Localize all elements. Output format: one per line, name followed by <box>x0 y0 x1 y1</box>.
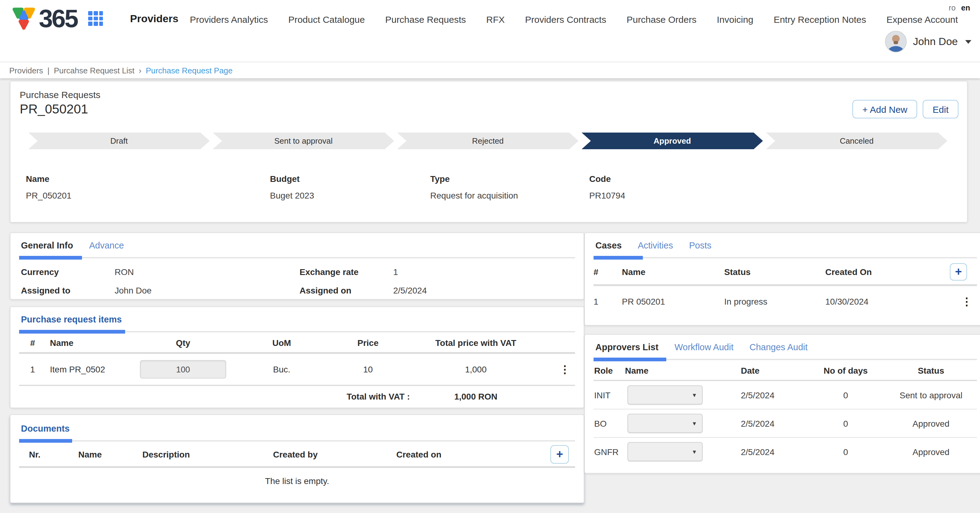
items-total-row: Total with VAT : 1,000 RON <box>19 386 575 407</box>
case-kebab-menu-icon[interactable]: ⋮ <box>961 296 977 307</box>
record-id: PR_050201 <box>20 102 88 116</box>
breadcrumb-purchase-request-list[interactable]: Purcahse Request List <box>54 66 135 75</box>
main-nav: Providers Analytics Product Catalogue Pu… <box>190 14 958 25</box>
nav-purchase-requests[interactable]: Purchase Requests <box>385 14 466 25</box>
documents-table-header: Nr. Name Description Created by Created … <box>19 443 575 466</box>
col-qty: Qty <box>127 338 239 348</box>
add-case-button[interactable]: + <box>950 263 967 280</box>
documents-empty-message: The list is empty. <box>19 476 575 486</box>
tab-workflow-audit[interactable]: Workflow Audit <box>675 342 733 352</box>
case-created-on: 10/30/2024 <box>825 296 950 306</box>
item-num: 1 <box>19 365 41 374</box>
tab-activities[interactable]: Activities <box>638 241 673 250</box>
tab-underline <box>593 256 977 260</box>
approver-name-dropdown[interactable]: ▼ <box>627 414 703 433</box>
approver-days: 0 <box>806 390 885 400</box>
tab-underline <box>593 358 977 361</box>
approver-date: 2/5/2024 <box>733 390 806 400</box>
assigned-to-label: Assigned to <box>21 281 115 300</box>
item-total: 1,000 <box>411 365 541 374</box>
field-value: Buget 2023 <box>270 191 430 201</box>
currency-label: Currency <box>21 263 115 281</box>
approver-name-dropdown[interactable]: ▼ <box>627 442 703 461</box>
purchase-request-header-card: Purchase Requests PR_050201 + Add New Ed… <box>10 81 968 223</box>
tab-documents[interactable]: Documents <box>21 424 70 433</box>
tab-changes-audit[interactable]: Changes Audit <box>749 342 808 352</box>
workflow-step-canceled: Canceled <box>766 132 947 149</box>
brand-365-text: 365 <box>39 4 77 33</box>
add-new-button[interactable]: + Add New <box>853 100 917 118</box>
tab-underline <box>19 330 575 334</box>
lang-en[interactable]: en <box>961 4 970 12</box>
col-price: Price <box>325 338 411 348</box>
workflow-status-bar: Draft Sent to approval Rejected Approved… <box>29 132 947 149</box>
approver-status: Approved <box>885 418 977 428</box>
nav-expense-account[interactable]: Expense Account <box>887 14 958 25</box>
approver-date: 2/5/2024 <box>733 418 806 428</box>
tab-purchase-request-items[interactable]: Purchase request items <box>21 314 122 324</box>
approver-name-dropdown[interactable]: ▼ <box>627 386 703 405</box>
qty-input[interactable]: 100 <box>140 360 226 379</box>
approver-role: INIT <box>594 390 625 400</box>
brand-logo[interactable]: 365 <box>10 4 103 33</box>
edit-button[interactable]: Edit <box>923 100 958 118</box>
dropdown-caret-icon: ▼ <box>692 420 697 426</box>
app-title: Providers <box>130 13 178 25</box>
tab-general-info[interactable]: General Info <box>21 241 73 250</box>
approver-status: Sent to approval <box>885 390 977 400</box>
field-label: Type <box>430 174 589 184</box>
app-viewport: 365 Providers Providers Analytics Produc… <box>0 0 980 513</box>
assigned-to-value: John Doe <box>115 281 299 300</box>
logo-triangles-icon <box>10 4 37 33</box>
dropdown-caret-icon: ▼ <box>692 449 697 455</box>
tab-approvers-list[interactable]: Approvers List <box>595 342 659 352</box>
nav-invoicing[interactable]: Invoicing <box>717 14 753 25</box>
col-created-on: Created on <box>396 449 550 459</box>
nav-providers-contracts[interactable]: Providers Contracts <box>525 14 606 25</box>
summary-fields: Name PR_050201 Budget Buget 2023 Type Re… <box>26 174 957 201</box>
apps-grid-icon[interactable] <box>88 11 103 26</box>
approvers-card: Approvers List Workflow Audit Changes Au… <box>584 334 980 473</box>
total-with-vat-value: 1,000 RON <box>411 392 541 401</box>
language-switch: roen <box>949 4 970 12</box>
approver-role: GNFR <box>594 447 625 457</box>
item-row: 1 Item PR_0502 100 Buc. 10 1,000 ⋮ <box>19 354 575 385</box>
tab-posts[interactable]: Posts <box>689 241 711 250</box>
general-info-tabs: General Info Advance <box>19 233 575 256</box>
col-status: Status <box>885 366 977 376</box>
col-status: Status <box>724 267 825 277</box>
nav-providers-analytics[interactable]: Providers Analytics <box>190 14 268 25</box>
breadcrumb-providers[interactable]: Providers <box>9 66 43 75</box>
cases-tabs: Cases Activities Posts <box>593 233 977 256</box>
exchange-rate-value: 1 <box>393 263 575 281</box>
approvers-tabs: Approvers List Workflow Audit Changes Au… <box>593 335 977 358</box>
nav-entry-reception-notes[interactable]: Entry Reception Notes <box>773 14 866 25</box>
general-info-card: General Info Advance Currency RON Exchan… <box>10 233 584 300</box>
user-avatar <box>885 31 907 53</box>
user-menu[interactable]: John Doe <box>885 31 971 53</box>
nav-rfx[interactable]: RFX <box>486 14 505 25</box>
workflow-step-sent-to-approval: Sent to approval <box>213 132 394 149</box>
page-title: Purchase Requests <box>20 89 100 100</box>
col-date: Date <box>733 366 806 376</box>
case-status: In progress <box>724 296 825 306</box>
item-name: Item PR_0502 <box>41 365 127 374</box>
lang-ro[interactable]: ro <box>949 4 956 12</box>
field-value: PR_050201 <box>26 191 270 201</box>
col-name: Name <box>41 338 127 348</box>
documents-tabs: Documents <box>19 415 575 439</box>
item-kebab-menu-icon[interactable]: ⋮ <box>560 364 575 374</box>
add-document-button[interactable]: + <box>550 445 569 464</box>
header-actions: + Add New Edit <box>853 100 958 118</box>
tab-cases[interactable]: Cases <box>595 241 622 250</box>
nav-product-catalogue[interactable]: Product Catalogue <box>288 14 365 25</box>
tab-advance[interactable]: Advance <box>89 241 124 250</box>
item-uom: Buc. <box>239 365 325 374</box>
summary-type: Type Request for acquisition <box>430 174 589 201</box>
approver-days: 0 <box>806 418 885 428</box>
user-caret-down-icon <box>965 40 971 43</box>
field-value: PR10794 <box>589 191 957 201</box>
col-description: Description <box>142 449 273 459</box>
approvers-table-header: Role Name Date No of days Status <box>593 361 977 380</box>
nav-purchase-orders[interactable]: Purchase Orders <box>627 14 697 25</box>
